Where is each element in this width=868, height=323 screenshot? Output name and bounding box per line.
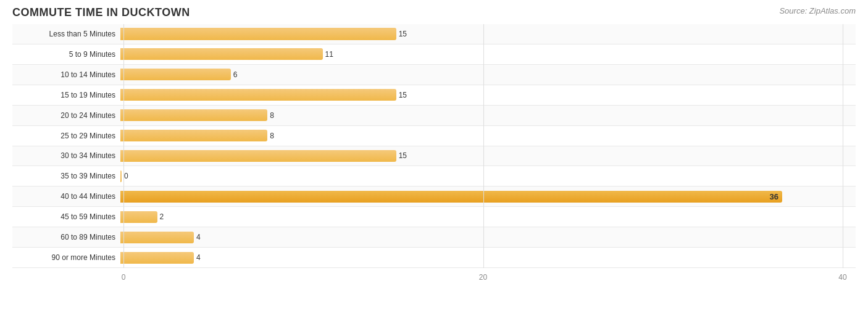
bar-label: 40 to 44 Minutes <box>12 192 120 201</box>
header-row: COMMUTE TIME IN DUCKTOWN Source: ZipAtla… <box>12 6 856 19</box>
grid-label: 40 <box>838 273 846 282</box>
bar-label: 90 or more Minutes <box>12 253 120 262</box>
source-text: Source: ZipAtlas.com <box>779 6 856 15</box>
bar-label: 45 to 59 Minutes <box>12 212 120 221</box>
grid-line: 0 <box>123 24 124 268</box>
bar-label: 15 to 19 Minutes <box>12 91 120 99</box>
chart-area: Less than 5 Minutes155 to 9 Minutes1110 … <box>12 24 856 283</box>
chart-container: COMMUTE TIME IN DUCKTOWN Source: ZipAtla… <box>0 0 868 323</box>
grid-line: 20 <box>483 24 484 268</box>
bar-label: 10 to 14 Minutes <box>12 70 120 79</box>
bar-label: Less than 5 Minutes <box>12 30 120 38</box>
grid-line: 40 <box>843 24 843 268</box>
bar-fill: 0 <box>120 170 122 182</box>
bar-label: 30 to 34 Minutes <box>12 151 120 160</box>
bar-label: 5 to 9 Minutes <box>12 50 120 59</box>
grid-label: 20 <box>479 273 487 282</box>
bar-label: 20 to 24 Minutes <box>12 111 120 120</box>
bar-label: 60 to 89 Minutes <box>12 233 120 241</box>
grid-label: 0 <box>122 273 126 282</box>
bar-label: 35 to 39 Minutes <box>12 172 120 180</box>
chart-title: COMMUTE TIME IN DUCKTOWN <box>12 6 190 19</box>
grid-lines: 02040 <box>123 24 843 268</box>
bar-label: 25 to 29 Minutes <box>12 132 120 140</box>
